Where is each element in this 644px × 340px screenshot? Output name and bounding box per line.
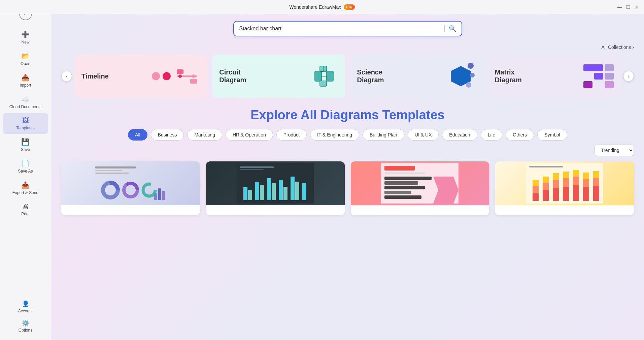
search-input[interactable] <box>239 26 440 32</box>
svg-rect-47 <box>529 166 563 167</box>
svg-rect-2 <box>190 79 197 84</box>
svg-rect-30 <box>267 178 271 200</box>
main-content: 🔍 All Collections › ‹ Timeline <box>51 0 644 340</box>
filter-chip-life[interactable]: Life <box>481 129 503 141</box>
template-card-circuit[interactable]: CircuitDiagram <box>212 55 345 98</box>
search-button[interactable]: 🔍 <box>449 25 456 32</box>
template-card-science[interactable]: ScienceDiagram <box>350 55 483 98</box>
svg-rect-40 <box>384 177 432 180</box>
carousel-next-button[interactable]: › <box>623 71 634 82</box>
filter-chip-others[interactable]: Others <box>506 129 534 141</box>
svg-rect-56 <box>553 173 559 180</box>
svg-rect-34 <box>291 177 295 200</box>
svg-point-3 <box>178 74 182 78</box>
sidebar-item-label-new: New <box>21 40 29 44</box>
filter-chip-business[interactable]: Business <box>151 129 184 141</box>
svg-rect-20 <box>154 193 157 200</box>
template-card-matrix[interactable]: MatrixDiagram <box>488 55 620 98</box>
svg-rect-8 <box>320 81 327 86</box>
svg-rect-38 <box>384 166 415 171</box>
svg-rect-21 <box>158 188 161 200</box>
cloud-icon: ☁️ <box>21 95 30 103</box>
filter-chip-building[interactable]: Building Plan <box>363 129 404 141</box>
titlebar-controls: — ❐ ✕ <box>617 4 639 10</box>
card-title-science: ScienceDiagram <box>357 68 384 84</box>
svg-rect-67 <box>593 178 599 186</box>
svg-rect-52 <box>543 183 549 190</box>
collections-link[interactable]: All Collections › <box>601 44 634 50</box>
sidebar-item-cloud[interactable]: ☁️ Cloud Documents <box>3 92 48 113</box>
sidebar-item-saveas[interactable]: 📄 Save As <box>3 156 48 177</box>
svg-rect-53 <box>543 177 549 183</box>
mc3 <box>594 73 603 80</box>
app-name: Wondershare EdrawMax <box>289 4 341 10</box>
import-icon: 📥 <box>21 73 30 82</box>
svg-rect-62 <box>573 170 579 177</box>
sidebar-bottom-account[interactable]: 👤 Account <box>3 298 48 316</box>
card-title-timeline: Timeline <box>81 72 109 80</box>
pro-badge: Pro <box>344 4 354 10</box>
svg-rect-59 <box>563 172 569 178</box>
template-card-2[interactable] <box>206 161 345 215</box>
collections-arrow: › <box>632 44 634 50</box>
svg-point-19 <box>143 184 155 196</box>
filter-chip-education[interactable]: Education <box>442 129 477 141</box>
svg-rect-43 <box>384 191 411 194</box>
filter-chip-symbol[interactable]: Symbol <box>537 129 567 141</box>
mc1 <box>605 64 614 71</box>
dot-top-right <box>468 63 474 69</box>
filter-chip-all[interactable]: All <box>128 129 147 141</box>
close-button[interactable]: ✕ <box>635 4 639 10</box>
new-icon: ➕ <box>21 30 30 38</box>
svg-rect-26 <box>243 187 247 200</box>
filter-chip-uiux[interactable]: UI & UX <box>408 129 439 141</box>
filter-chip-it[interactable]: IT & Engineering <box>310 129 359 141</box>
sidebar-item-print[interactable]: 🖨 Print <box>3 199 48 220</box>
svg-rect-41 <box>384 181 418 185</box>
filter-chip-product[interactable]: Product <box>276 129 307 141</box>
minimize-button[interactable]: — <box>617 4 622 10</box>
template-card-timeline[interactable]: Timeline <box>75 55 207 98</box>
sort-select[interactable]: TrendingNewestMost Used <box>595 145 634 156</box>
svg-rect-54 <box>553 188 559 201</box>
explore-section: Explore All Diagrams Templates <box>61 108 634 122</box>
sidebar-item-export[interactable]: 📤 Export & Send <box>3 178 48 198</box>
sidebar-item-templates[interactable]: 🖼 Templates <box>3 113 48 134</box>
template-card-4[interactable] <box>495 161 634 215</box>
card-title-matrix: MatrixDiagram <box>495 68 522 84</box>
card-title-circuit: CircuitDiagram <box>219 68 246 84</box>
search-divider <box>444 25 445 32</box>
filter-chip-marketing[interactable]: Marketing <box>187 129 222 141</box>
svg-rect-22 <box>162 191 165 200</box>
circuit-svg <box>308 64 338 88</box>
sidebar-item-save[interactable]: 💾 Save <box>3 134 48 155</box>
template-card-3[interactable] <box>351 161 489 215</box>
filter-chips-row2: UI & UXEducationLifeOthersSymbol <box>408 129 567 141</box>
search-container: 🔍 <box>61 21 634 36</box>
options-icon: ⚙️ <box>22 319 29 327</box>
sidebar-item-open[interactable]: 📂 Open <box>3 49 48 69</box>
svg-rect-25 <box>240 169 264 170</box>
svg-rect-27 <box>248 190 252 200</box>
svg-rect-39 <box>384 172 425 174</box>
carousel-prev-button[interactable]: ‹ <box>61 71 72 82</box>
titlebar: Wondershare EdrawMax Pro — ❐ ✕ <box>0 0 644 14</box>
svg-rect-28 <box>255 182 259 200</box>
sidebar-bottom-options[interactable]: ⚙️ Options <box>3 317 48 335</box>
svg-rect-61 <box>573 177 579 185</box>
filter-chip-hr[interactable]: HR & Operation <box>226 129 273 141</box>
save-icon: 💾 <box>21 138 30 146</box>
sidebar-item-new[interactable]: ➕ New <box>3 27 48 48</box>
svg-rect-51 <box>543 190 549 201</box>
svg-rect-60 <box>573 185 579 201</box>
mc2 <box>583 73 592 80</box>
content-area: 🔍 All Collections › ‹ Timeline <box>51 14 644 222</box>
sidebar-item-import[interactable]: 📥 Import <box>3 70 48 91</box>
donut-chart-svg <box>92 163 169 204</box>
maximize-button[interactable]: ❐ <box>626 4 631 10</box>
bar-chart-dark-svg <box>237 163 314 204</box>
template-card-1[interactable] <box>61 161 200 215</box>
card4-image <box>495 161 634 205</box>
svg-rect-13 <box>95 170 122 171</box>
svg-rect-65 <box>583 173 589 179</box>
